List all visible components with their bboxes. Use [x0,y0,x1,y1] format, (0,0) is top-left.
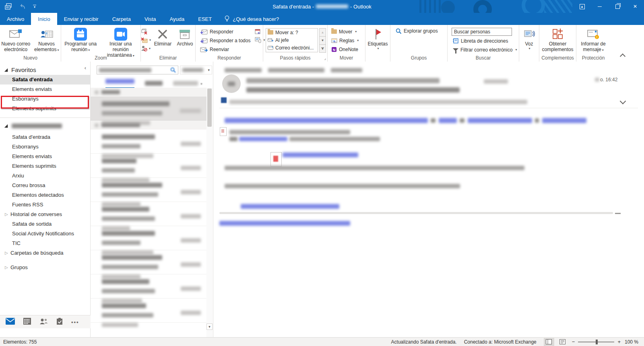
folder-tic[interactable]: TIC [0,239,90,248]
mailbox-scope-dropdown[interactable]: ▾ [180,66,212,74]
tab-eset[interactable]: ESET [191,13,219,25]
quick-steps-scroll-down[interactable]: ▼ [319,37,326,45]
tab-vista[interactable]: Vista [138,13,163,25]
folder-junk[interactable]: Correu brossa [0,181,90,190]
zoom-track[interactable] [578,342,614,342]
folder-outbox[interactable]: Safata de sortida [0,219,90,229]
ignore-button[interactable] [141,28,151,35]
rules-button[interactable]: Reglas▾ [330,37,360,44]
zoom-thumb[interactable] [596,340,598,344]
quick-step-correo[interactable]: Correo electróni... [266,44,318,51]
dialog-launcher-icon[interactable]: ⌟ [324,56,326,60]
folder-social-activity[interactable]: Social Activity Notifications [0,229,90,239]
forward-link[interactable] [331,66,362,74]
sender-avatar[interactable] [222,74,241,93]
tab-enviar-y-recibir[interactable]: Enviar y recibir [57,13,105,25]
report-message-button[interactable]: ! Informar de mensaje▾ [576,27,610,55]
normal-view-button[interactable] [544,338,554,346]
body-link-2[interactable] [219,219,350,227]
filter-email-button[interactable]: Filtrar correo electrónico▾ [452,46,518,54]
message-row[interactable] [91,154,206,178]
more-modules-icon[interactable]: ••• [71,319,79,325]
folder-search-folders[interactable]: ▷ Carpetas de búsqueda [0,248,90,258]
zoom-slider[interactable]: − + [572,339,621,345]
zoom-out-button[interactable]: − [572,339,575,345]
reply-all-button[interactable]: Responder a todos [199,37,252,44]
tab-inicio[interactable]: Inicio [31,13,57,25]
block-sender-button[interactable]: ▾ [141,45,151,52]
new-mail-button[interactable]: Nuevo correo electrónico [0,27,31,55]
message-row[interactable] [91,130,206,154]
forward-button[interactable]: Reenviar [199,45,252,53]
folder-detected-items[interactable]: Elementos detectados [0,190,90,200]
address-book-button[interactable]: Libreta de direcciones [452,37,509,45]
folder-archive[interactable]: Arxiu [0,171,90,181]
tab-ayuda[interactable]: Ayuda [163,13,192,25]
zoom-in-button[interactable]: + [617,339,621,345]
close-button[interactable]: ✕ [626,0,644,13]
delete-button[interactable]: Eliminar [152,27,174,55]
undo-icon[interactable] [19,4,26,9]
body-link-line[interactable] [225,117,586,124]
tasks-module-icon[interactable] [56,318,63,326]
tab-focused[interactable] [105,78,134,89]
collapsed-triangle-icon[interactable]: ▷ [5,263,9,272]
list-scrollbar[interactable] [206,88,213,337]
get-addins-button[interactable]: Obtener complementos [539,27,576,55]
body-link-1[interactable] [241,202,339,210]
move-button[interactable]: Mover▾ [330,28,360,35]
pin-window-icon[interactable]: ▲ [573,0,591,13]
message-row[interactable] [91,299,206,323]
list-group-header[interactable] [91,88,206,97]
minimize-button[interactable] [591,0,609,13]
attachment-link[interactable] [283,151,358,158]
tell-me-search[interactable]: ¿Qué desea hacer? [219,13,285,25]
reply-link[interactable] [225,66,262,74]
mail-module-icon[interactable] [6,318,15,326]
collapsed-triangle-icon[interactable]: ▷ [5,210,9,219]
account-header[interactable] [0,121,90,131]
message-row[interactable] [91,226,206,250]
folder-drafts[interactable]: Esborranys [0,142,90,152]
reply-all-link[interactable] [268,66,324,74]
folder-sent-items[interactable]: Elements enviats [0,152,90,161]
collapsed-triangle-icon[interactable]: ▷ [5,248,9,258]
scroll-down-button[interactable]: ▼ [206,323,213,330]
collapse-ribbon-icon[interactable] [620,54,625,59]
message-row[interactable] [91,202,206,226]
groups-node[interactable]: ▷ Grupos [0,263,90,272]
folder-deleted-items[interactable]: Elements suprimits [0,161,90,171]
folder-conversation-history[interactable]: ▷ Historial de converses [0,210,90,219]
tags-button[interactable]: Etiquetas ▾ [365,27,390,55]
archive-button[interactable]: Archivo [175,27,195,55]
onenote-button[interactable]: N OneNote [330,45,360,53]
tab-carpeta[interactable]: Carpeta [105,13,138,25]
quick-step-al-jefe[interactable]: Al jefe [266,36,318,44]
expand-message-chevron[interactable] [621,98,625,105]
sort-dropdown[interactable]: ▾ [173,79,202,86]
send-receive-icon[interactable] [5,3,12,10]
zoom-schedule-meeting-button[interactable]: Programar una reunión▾ [61,27,100,55]
reading-view-button[interactable] [557,338,568,346]
folder-inbox[interactable]: Safata d'entrada [0,132,90,142]
quick-steps-more[interactable]: ▼ [319,45,326,53]
favorite-sent-items[interactable]: Elements enviats [0,84,90,94]
zoom-percent[interactable]: 100 % [625,339,638,345]
customize-qat-icon[interactable]: ▾ [33,5,36,8]
scrollbar-thumb[interactable] [207,89,212,127]
list-search-box[interactable] [97,66,178,74]
cleanup-button[interactable]: ▾ [141,37,151,43]
message-row[interactable] [91,250,206,274]
reply-button[interactable]: Responder [199,28,252,35]
quick-step-mover-a[interactable]: Mover a: ? [266,29,318,36]
calendar-module-icon[interactable] [23,318,31,326]
tab-other[interactable] [145,79,163,86]
message-row[interactable] [91,178,206,202]
message-row[interactable] [91,97,206,121]
read-aloud-button[interactable]: Voz ▾ [519,27,539,55]
message-row[interactable] [91,274,206,299]
tab-archivo[interactable]: Archivo [0,13,31,25]
folder-rss-feeds[interactable]: Fuentes RSS [0,200,90,210]
people-module-icon[interactable] [39,318,48,326]
new-items-button[interactable]: Nuevos elementos▾ [32,27,61,55]
